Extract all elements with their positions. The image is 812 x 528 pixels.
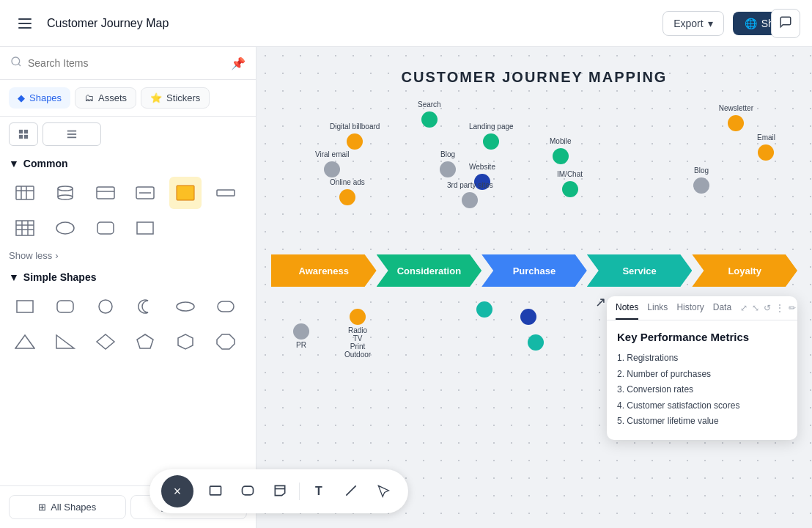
shape-circle[interactable]: [89, 290, 122, 323]
svg-rect-30: [137, 222, 153, 234]
all-shapes-tab[interactable]: ⊞ All Shapes: [9, 495, 126, 519]
svg-point-13: [58, 186, 73, 191]
shape-ellipse[interactable]: [169, 290, 202, 323]
panel-tab-links[interactable]: Links: [647, 296, 668, 320]
shape-triangle[interactable]: [9, 326, 41, 358]
shapes-tab[interactable]: ◆ Shapes: [9, 87, 70, 109]
export-chevron-icon: ▾: [708, 18, 713, 29]
shape-rounded-rect2[interactable]: [49, 290, 81, 323]
assets-box-icon: 🗂: [84, 92, 94, 103]
show-less-button[interactable]: Show less ›: [9, 250, 59, 261]
svg-rect-4: [19, 135, 23, 139]
shape-rect-plain[interactable]: [129, 212, 161, 244]
svg-point-0: [12, 57, 20, 65]
panel-shrink-icon[interactable]: ⤡: [752, 303, 759, 313]
shape-divider[interactable]: [210, 177, 242, 209]
svg-rect-6: [67, 131, 76, 132]
simple-shapes-section-header[interactable]: ▼ Simple Shapes: [9, 271, 247, 283]
all-shapes-label: All Shapes: [51, 502, 96, 513]
shape-crescent[interactable]: [129, 290, 161, 323]
canvas[interactable]: CUSTOMER JOURNEY MAPPING Search Digital …: [256, 47, 812, 528]
shape-cylinder[interactable]: [49, 177, 81, 209]
node-email: Email: [757, 133, 775, 161]
svg-point-28: [56, 222, 74, 234]
line-tool-button[interactable]: [338, 478, 364, 505]
pin-button[interactable]: 📌: [231, 56, 246, 70]
globe-icon: 🌐: [745, 18, 757, 29]
node-landing-page: Landing page: [469, 122, 514, 150]
panel-reset-icon[interactable]: ↺: [764, 303, 771, 313]
shape-note-yellow[interactable]: [169, 177, 202, 209]
search-row: 📌: [0, 47, 256, 80]
svg-marker-38: [97, 334, 114, 349]
shape-tab-row: ◆ Shapes 🗂 Assets ⭐ Stickers: [0, 80, 256, 117]
phases-row: Awareness Consideration Purchase Service…: [271, 254, 797, 287]
list-view-button[interactable]: [43, 122, 101, 146]
rectangle-tool-button[interactable]: [202, 478, 229, 505]
panel-more-icon[interactable]: ⋮: [775, 303, 784, 313]
shape-table[interactable]: [9, 177, 41, 209]
text-tool-icon: T: [315, 485, 322, 498]
stickers-tab[interactable]: ⭐ Stickers: [141, 87, 210, 109]
panel-tab-row: Notes Links History Data ⤢ ⤡ ↺ ⋮ ✏: [607, 296, 797, 320]
close-button[interactable]: ×: [161, 475, 193, 507]
panel-edit-icon[interactable]: ✏: [789, 303, 796, 313]
shape-card[interactable]: [89, 177, 122, 209]
panel-expand-icon[interactable]: ⤢: [740, 303, 748, 313]
comment-button[interactable]: [771, 9, 800, 38]
search-icon: [10, 56, 22, 70]
shape-list-item[interactable]: [129, 177, 161, 209]
node-newsletter: Newsletter: [719, 104, 753, 131]
shape-right-triangle[interactable]: [49, 326, 81, 358]
shape-hexagon[interactable]: [169, 326, 202, 358]
common-collapse-arrow-icon: ▼: [9, 158, 19, 169]
toolbar-divider: [299, 483, 300, 500]
shape-stadium[interactable]: [210, 290, 242, 323]
sidebar: 📌 ◆ Shapes 🗂 Assets ⭐ Stickers ▼ Common: [0, 47, 256, 528]
phase-consideration: Consideration: [377, 254, 482, 287]
shape-octagon[interactable]: [210, 326, 242, 358]
node-mobile: Mobile: [550, 137, 571, 164]
shape-rect2[interactable]: [9, 290, 41, 323]
shape-diamond[interactable]: [89, 326, 122, 358]
svg-rect-31: [17, 301, 33, 312]
shape-pentagon[interactable]: [129, 326, 161, 358]
assets-tab[interactable]: 🗂 Assets: [75, 87, 136, 109]
panel-list-item: 3. Conversion rates: [617, 382, 787, 398]
svg-rect-8: [67, 137, 76, 139]
sticky-note-tool-button[interactable]: [267, 478, 293, 505]
phase-awareness: Awareness: [271, 254, 377, 287]
shape-rect-rounded[interactable]: [89, 212, 122, 244]
shape-oval[interactable]: [49, 212, 81, 244]
grid-view-button[interactable]: [9, 122, 38, 146]
common-section-header[interactable]: ▼ Common: [9, 158, 247, 169]
node-viral-email: Viral email: [315, 150, 350, 177]
simple-shapes-collapse-arrow-icon: ▼: [9, 271, 19, 283]
panel-list-item: 5. Customer lifetime value: [617, 414, 787, 430]
phase-loyalty: Loyalty: [692, 254, 797, 287]
svg-marker-41: [217, 334, 235, 349]
panel-tab-notes[interactable]: Notes: [616, 296, 638, 320]
panel-action-icons: ⤢ ⤡ ↺ ⋮ ✏: [740, 303, 796, 313]
bottom-toolbar: × T: [150, 469, 408, 513]
export-button[interactable]: Export ▾: [662, 11, 723, 36]
close-icon: ×: [174, 484, 182, 499]
shape-table2[interactable]: [9, 212, 41, 244]
pointer-tool-button[interactable]: [370, 478, 396, 505]
panel-tab-history[interactable]: History: [676, 296, 704, 320]
svg-point-16: [58, 195, 73, 199]
node-dot-teal1: [476, 301, 492, 318]
node-digital-billboard: Digital billboard: [330, 122, 380, 150]
node-dot-teal2: [528, 334, 544, 351]
comment-icon: [779, 15, 792, 31]
text-tool-button[interactable]: T: [306, 478, 332, 505]
phase-purchase: Purchase: [481, 254, 587, 287]
rounded-rect-tool-button[interactable]: [235, 478, 261, 505]
panel-tab-data[interactable]: Data: [713, 296, 731, 320]
search-input[interactable]: [28, 57, 225, 69]
svg-rect-9: [16, 186, 34, 199]
svg-rect-23: [16, 221, 34, 235]
menu-button[interactable]: [12, 10, 38, 37]
node-pr: PR: [293, 323, 309, 349]
panel-title: Key Performance Metrics: [617, 331, 787, 343]
